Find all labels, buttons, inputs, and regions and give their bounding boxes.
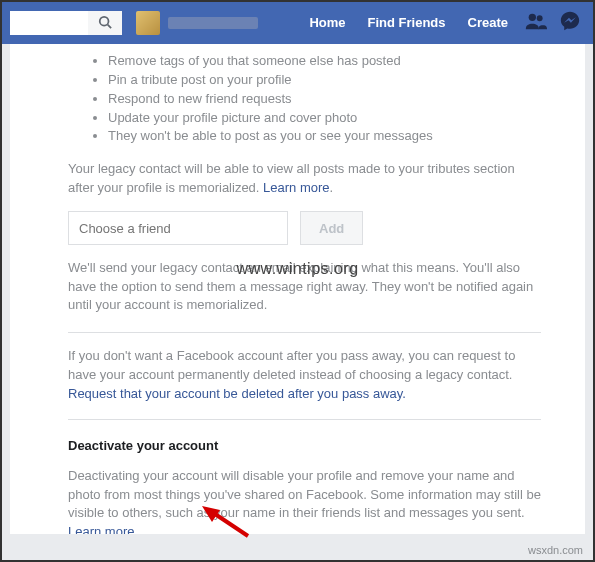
username[interactable]	[168, 17, 258, 29]
nav-find-friends[interactable]: Find Friends	[357, 2, 457, 44]
footer-credit: wsxdn.com	[528, 544, 583, 556]
learn-more-link[interactable]: Learn more	[68, 524, 134, 534]
svg-point-2	[529, 14, 536, 21]
list-item: Respond to new friend requests	[108, 90, 541, 109]
deactivate-title: Deactivate your account	[68, 438, 541, 453]
avatar[interactable]	[136, 11, 160, 35]
content: Remove tags of you that someone else has…	[10, 44, 585, 534]
choose-friend-row: Add	[68, 211, 541, 245]
search-icon	[98, 15, 112, 32]
list-item: Remove tags of you that someone else has…	[108, 52, 541, 71]
delete-request-text: If you don't want a Facebook account aft…	[68, 347, 541, 384]
svg-line-1	[108, 24, 112, 28]
messenger-icon[interactable]	[559, 10, 581, 36]
svg-point-3	[537, 15, 543, 21]
legacy-email-text: We'll send your legacy contact an email …	[68, 259, 541, 314]
add-button[interactable]: Add	[300, 211, 363, 245]
topbar: Home Find Friends Create	[2, 2, 593, 44]
request-delete-link[interactable]: Request that your account be deleted aft…	[68, 386, 406, 401]
svg-point-0	[100, 16, 109, 25]
list-item: Pin a tribute post on your profile	[108, 71, 541, 90]
nav-home[interactable]: Home	[298, 2, 356, 44]
divider	[68, 332, 541, 333]
tributes-text: Your legacy contact will be able to view…	[68, 160, 541, 197]
nav: Home Find Friends Create	[298, 2, 519, 44]
choose-friend-input[interactable]	[68, 211, 288, 245]
friend-requests-icon[interactable]	[525, 10, 547, 36]
list-item: Update your profile picture and cover ph…	[108, 109, 541, 128]
list-item: They won't be able to post as you or see…	[108, 127, 541, 146]
topbar-icons	[525, 10, 581, 36]
nav-create[interactable]: Create	[457, 2, 519, 44]
deactivate-body: Deactivating your account will disable y…	[68, 467, 541, 534]
legacy-bullet-list: Remove tags of you that someone else has…	[108, 52, 541, 146]
search-input[interactable]	[10, 11, 88, 35]
divider	[68, 419, 541, 420]
search-button[interactable]	[88, 11, 122, 35]
search-wrap	[10, 11, 122, 35]
learn-more-link[interactable]: Learn more	[263, 180, 329, 195]
